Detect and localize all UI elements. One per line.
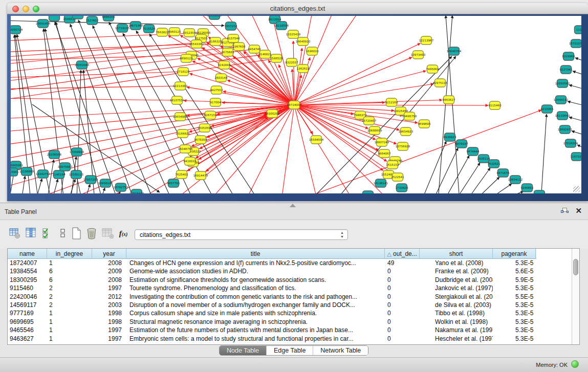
graph-node[interactable]: 9890123 <box>180 54 193 62</box>
graph-node[interactable]: 14136141 <box>374 179 388 187</box>
graph-node[interactable]: 20206506 <box>47 150 62 159</box>
graph-node[interactable]: 30975887 <box>58 163 73 171</box>
graph-node[interactable]: 17359928 <box>70 148 84 156</box>
column-header-short[interactable]: short <box>420 249 493 259</box>
column-header-out_de[interactable]: △ out_de... <box>385 249 420 259</box>
graph-node[interactable]: 16353594 <box>198 124 212 132</box>
graph-node[interactable]: 9884067 <box>378 149 391 158</box>
graph-node[interactable]: 12923448 <box>129 189 144 193</box>
graph-node[interactable] <box>534 190 545 193</box>
graph-node[interactable]: 6879197 <box>455 140 468 148</box>
table-row[interactable]: 1938455462009Genome-wide association stu… <box>8 267 536 275</box>
graph-node[interactable]: 1588520 <box>270 54 283 62</box>
column-header-title[interactable]: title <box>126 249 385 259</box>
graph-node[interactable]: 13342757 <box>36 170 51 178</box>
graph-node[interactable]: 11156869 <box>19 167 34 176</box>
table-row[interactable]: 946362711997Embryonic stem cells: a mode… <box>8 335 536 343</box>
table-mode-icon[interactable] <box>8 226 21 240</box>
tab-node-table[interactable]: Node Table <box>220 346 267 355</box>
graph-node[interactable]: 16543362 <box>189 40 204 48</box>
graph-node[interactable]: 2718126 <box>177 68 190 76</box>
table-row[interactable]: 1872400712008Changes of HCN gene express… <box>8 259 536 267</box>
graph-node[interactable]: 9329966 <box>562 52 575 60</box>
graph-node[interactable]: 9157546 <box>227 34 240 42</box>
graph-node[interactable]: 12444132 <box>554 96 568 104</box>
graph-node[interactable]: 1145194 <box>53 170 66 179</box>
graph-node[interactable]: 15584554 <box>309 136 324 144</box>
column-header-pagerank[interactable]: pagerank <box>493 249 536 259</box>
graph-node[interactable]: 917004 <box>210 98 221 106</box>
graph-node[interactable]: 1167533 <box>571 152 581 161</box>
graph-node[interactable]: 18107554 <box>170 96 185 104</box>
float-panel-icon[interactable] <box>561 208 569 215</box>
graph-node[interactable]: 10654985 <box>173 113 188 121</box>
graph-node[interactable]: 10654112 <box>508 176 522 184</box>
graph-node[interactable]: 9463627 <box>443 96 455 104</box>
table-selector-dropdown[interactable]: citations_edges.txt ▲▼ <box>135 229 348 240</box>
table-scrollbar[interactable] <box>572 249 579 344</box>
row-height-icon[interactable] <box>56 226 70 240</box>
graph-node[interactable]: 16914479 <box>193 171 208 180</box>
graph-node[interactable]: 8471676 <box>497 169 510 177</box>
column-header-in_degree[interactable]: in_degree <box>47 249 92 259</box>
delete-columns-icon[interactable] <box>85 226 98 240</box>
graph-node[interactable]: 7632621 <box>488 160 500 168</box>
graph-node[interactable]: 18724007 <box>287 101 302 109</box>
window-titlebar[interactable]: citations_edges.txt <box>7 3 588 14</box>
graph-node[interactable]: 7485063 <box>426 65 439 73</box>
graph-node[interactable]: 8215955 <box>541 105 554 113</box>
graph-node[interactable]: 16053809 <box>207 16 222 19</box>
graph-node[interactable]: 8938923 <box>444 133 456 141</box>
graph-node[interactable]: 19218506 <box>274 21 289 30</box>
graph-node[interactable]: 9418032 <box>184 157 197 165</box>
graph-node[interactable]: 16046756 <box>178 145 193 153</box>
graph-node[interactable]: 10719155 <box>115 24 130 32</box>
graph-node[interactable]: 9678354 <box>194 136 207 144</box>
import-table-icon[interactable] <box>101 226 115 240</box>
graph-node[interactable]: 18807249 <box>375 138 389 146</box>
select-all-columns-icon[interactable] <box>41 226 54 240</box>
create-column-icon[interactable] <box>70 226 83 240</box>
graph-node[interactable]: 9699695 <box>418 120 431 128</box>
graph-node[interactable]: 9857791 <box>167 179 180 187</box>
network-canvas[interactable]: 1405572420691406204911710653287152760264… <box>11 16 581 193</box>
graph-node[interactable]: 2367608 <box>233 42 246 51</box>
graph-node[interactable]: 16782753 <box>114 183 128 191</box>
graph-node[interactable]: 5912354 <box>183 29 196 37</box>
table-row[interactable]: 977716911998Corpus callosum shape and si… <box>8 309 536 317</box>
graph-node[interactable]: 12093582 <box>555 79 570 87</box>
graph-node[interactable]: 1362615 <box>297 64 310 73</box>
tab-edge-table[interactable]: Edge Table <box>267 346 313 355</box>
graph-node[interactable]: 26053346 <box>75 61 90 69</box>
graph-node[interactable]: 9242844 <box>218 61 231 69</box>
graph-node[interactable]: 7625402 <box>176 170 188 179</box>
table-row[interactable]: 911546021997Tourette syndrome. Phenomeno… <box>8 284 536 292</box>
scrollbar-thumb[interactable] <box>573 259 578 275</box>
graph-node[interactable]: 9960125 <box>168 28 181 36</box>
graph-node[interactable]: 1111 <box>575 26 582 34</box>
graph-node[interactable]: 7663822 <box>156 28 169 36</box>
table-row[interactable]: 1456911722003Disruption of a novel membe… <box>8 301 536 309</box>
graph-node[interactable]: 10756928 <box>396 142 410 150</box>
graph-node[interactable]: 15166825 <box>176 129 190 138</box>
graph-node[interactable]: 15751074 <box>569 39 581 48</box>
memory-ok-indicator[interactable] <box>571 360 579 368</box>
graph-node[interactable]: 17016504 <box>563 139 578 147</box>
graph-node[interactable]: 12975115 <box>433 79 448 87</box>
graph-node[interactable]: 8322037 <box>286 58 298 67</box>
graph-node[interactable]: 7515526 <box>143 25 156 33</box>
graph-node[interactable]: 1696033 <box>306 47 319 55</box>
graph-node[interactable]: 2522541 <box>391 173 404 181</box>
graph-node[interactable]: 13325419 <box>286 30 301 38</box>
close-panel-icon[interactable]: ✕ <box>575 206 582 215</box>
graph-node[interactable]: 18300295 <box>265 110 280 118</box>
graph-node[interactable]: 17957253 <box>83 176 98 184</box>
graph-node[interactable]: 1733426 <box>396 184 408 192</box>
graph-node[interactable]: 19495758 <box>402 112 417 120</box>
graph-node[interactable]: 9115460 <box>489 101 502 110</box>
graph-node[interactable]: 15692971 <box>558 125 573 134</box>
graph-node[interactable]: 1527602 <box>86 16 99 25</box>
graph-node[interactable]: 16640910 <box>296 37 311 46</box>
column-header-name[interactable]: name <box>8 249 47 259</box>
graph-node[interactable]: 9245652 <box>521 184 534 192</box>
